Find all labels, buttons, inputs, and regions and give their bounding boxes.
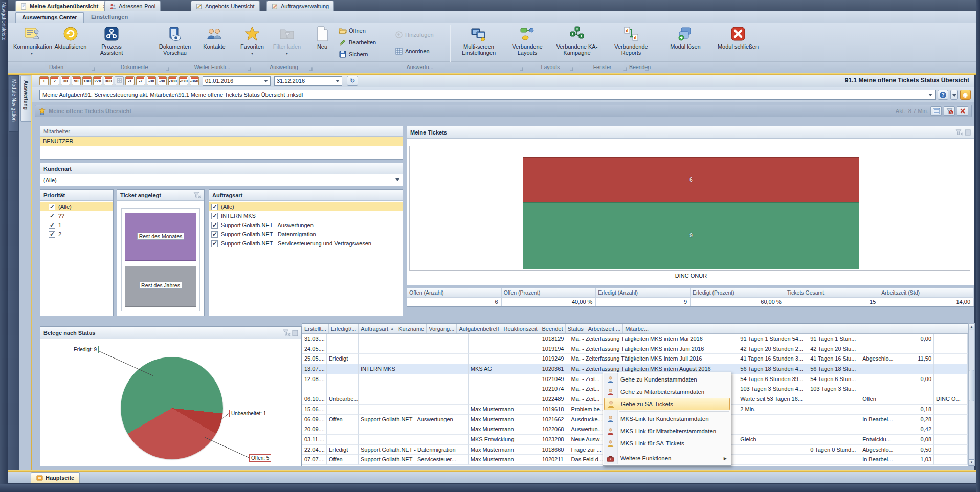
- aktualisieren-button[interactable]: Aktualisieren: [52, 25, 89, 60]
- dialog-launcher-icon[interactable]: [166, 67, 169, 70]
- grid-row[interactable]: 25.05.... Erledigt 1019249 Ma. - Zeiterf…: [302, 354, 968, 364]
- prozess-assistent-button[interactable]: Prozess Assistent: [93, 25, 130, 60]
- grid-header-cell[interactable]: Mitarbe...: [623, 324, 651, 333]
- anordnen-button[interactable]: Anordnen: [395, 46, 430, 56]
- grid-header-cell[interactable]: Auftragsart▲: [359, 324, 396, 333]
- ribbon-group-label[interactable]: Beenden: [629, 62, 651, 73]
- help-button[interactable]: ?: [938, 90, 948, 100]
- favoriten-button[interactable]: Favoriten▼: [235, 25, 269, 60]
- refresh-button[interactable]: ↻: [347, 76, 358, 86]
- range-button[interactable]: -360: [190, 76, 199, 85]
- context-menu-item[interactable]: MKS-Link für Mitarbeiterstammdaten: [604, 425, 730, 437]
- context-menu-item[interactable]: Gehe zu Kundenstammdaten: [604, 373, 730, 386]
- checkbox-checked-icon[interactable]: [211, 231, 218, 238]
- ribbon-group-label[interactable]: Daten: [15, 62, 97, 73]
- dialog-launcher-icon[interactable]: [248, 67, 251, 70]
- ribbon-tab-auswertungs-center[interactable]: Auswertungs Center: [15, 12, 84, 23]
- date-to-field[interactable]: 31.12.2016: [274, 76, 342, 86]
- ribbon-group-label[interactable]: Dokumente: [97, 62, 171, 73]
- mitarbeiter-selected-row[interactable]: BENUTZER: [40, 137, 403, 146]
- filter-icon[interactable]: [193, 192, 201, 198]
- context-menu-item[interactable]: Gehe zu Mitarbeiterstammdaten: [604, 386, 730, 398]
- range-button[interactable]: -270: [179, 76, 188, 85]
- range-button[interactable]: 180: [82, 76, 92, 85]
- verbundene-layouts-button[interactable]: Verbundene Layouts: [505, 25, 549, 60]
- multiscreen-einstellungen-button[interactable]: Multi-screen Einstellungen: [454, 25, 503, 60]
- grid-row[interactable]: 31.03.... 1018129 Ma. - Zeiterfassung Tä…: [302, 334, 968, 344]
- prioritaet-checkbox-item[interactable]: 1: [40, 220, 113, 230]
- hauptseite-tab[interactable]: Hauptseite: [31, 472, 80, 483]
- ribbon-group-label[interactable]: Layouts: [525, 62, 575, 73]
- dialog-launcher-icon[interactable]: [92, 67, 95, 70]
- summary-header-cell[interactable]: Arbeitszeit (Std): [879, 288, 973, 298]
- scrollbar-thumb[interactable]: [969, 370, 974, 401]
- scroll-up-icon[interactable]: ▲: [969, 324, 974, 330]
- neu-button[interactable]: Neu: [310, 25, 335, 60]
- summary-header-cell[interactable]: Erledigt (Prozent): [691, 288, 785, 298]
- auswertung-vertical-tab[interactable]: Auswertung: [20, 76, 31, 122]
- grid-header-cell[interactable]: Aufgabenbetreff: [457, 324, 501, 333]
- ribbon-tab-einstellungen[interactable]: Einstellungen: [85, 12, 134, 23]
- summary-header-cell[interactable]: Offen (Prozent): [502, 288, 596, 298]
- kontakte-button[interactable]: Kontakte: [198, 25, 230, 60]
- kundenart-dropdown[interactable]: (Alle): [40, 174, 403, 185]
- checkbox-checked-icon[interactable]: [49, 204, 55, 210]
- filter-icon[interactable]: [283, 329, 291, 336]
- grid-header-cell[interactable]: Beendet: [540, 324, 566, 333]
- calendar-picker-button[interactable]: [115, 76, 124, 85]
- modul-loesen-button[interactable]: Modul lösen: [665, 25, 706, 60]
- range-button[interactable]: -1: [125, 76, 135, 85]
- grid-header-cell[interactable]: Erledigt/...: [329, 324, 359, 333]
- range-button[interactable]: 90: [72, 76, 81, 85]
- grid-vertical-scrollbar[interactable]: ▲ ▼: [968, 323, 975, 466]
- module-navigation-tab[interactable]: Module Navigation: [9, 76, 19, 132]
- ribbon-group-label[interactable]: Auswertu...: [315, 62, 525, 73]
- auftragsart-checkbox-item[interactable]: Support Goliath.NET - Servicesteuerung u…: [209, 239, 403, 248]
- checkbox-checked-icon[interactable]: [49, 222, 55, 229]
- dialog-launcher-icon[interactable]: [309, 67, 312, 70]
- context-menu-item[interactable]: Gehe zu SA-Tickets: [604, 398, 730, 410]
- prioritaet-checkbox-item[interactable]: 2: [40, 230, 113, 239]
- dialog-launcher-icon[interactable]: [520, 67, 523, 70]
- dialog-launcher-icon[interactable]: [570, 67, 573, 70]
- auftragsart-checkbox-item[interactable]: (Alle): [209, 202, 403, 211]
- context-menu-item-weitere-funktionen[interactable]: Weitere Funktionen ▶: [604, 452, 730, 464]
- filter-laden-button[interactable]: Filter laden▼: [271, 25, 303, 60]
- range-button[interactable]: -180: [168, 76, 177, 85]
- ribbon-group-label[interactable]: Fenster: [575, 62, 629, 73]
- close-overview-button[interactable]: [957, 106, 968, 116]
- rest-des-jahres-box[interactable]: Rest des Jahres: [125, 266, 196, 307]
- grid-header-cell[interactable]: Arbeitszeit ...: [586, 324, 623, 333]
- theme-button[interactable]: ◉: [960, 90, 971, 100]
- verbundene-ka-kampagne-button[interactable]: Verbundene KA-Kampagne: [551, 25, 603, 60]
- help-dropdown-button[interactable]: [950, 90, 958, 100]
- range-button[interactable]: 1: [39, 76, 49, 85]
- verbundende-reports-button[interactable]: Verbundende Reports: [606, 25, 657, 60]
- grid-header-cell[interactable]: Reaktionszeit: [501, 324, 540, 333]
- modul-schliessen-button[interactable]: Modul schließen: [715, 25, 761, 60]
- grid-header-cell[interactable]: Erstellt...: [302, 324, 329, 333]
- auftragsart-checkbox-item[interactable]: Support Goliath.NET - Datenmigration: [209, 230, 403, 239]
- tab-adressen-pool[interactable]: Adressen-Pool: [104, 1, 161, 11]
- ribbon-group-label[interactable]: Weiter Funkti...: [171, 62, 253, 73]
- ribbon-group-label[interactable]: Auswertung: [253, 62, 315, 73]
- list-view-button[interactable]: [930, 106, 942, 116]
- bearbeiten-button[interactable]: Bearbeiten: [339, 37, 376, 48]
- auftragsart-checkbox-item[interactable]: INTERN MKS: [209, 211, 403, 220]
- range-button[interactable]: 30: [61, 76, 70, 85]
- pin-icon[interactable]: [965, 129, 971, 136]
- checkbox-checked-icon[interactable]: [49, 213, 55, 219]
- oeffnen-button[interactable]: Öffnen: [339, 26, 366, 36]
- checkbox-checked-icon[interactable]: [211, 204, 218, 210]
- auftragsart-checkbox-item[interactable]: Support Goliath.NET - Auswertungen: [209, 220, 403, 230]
- tab-meine-aufgabenuebersicht[interactable]: Meine Aufgabenübersicht ✕: [15, 1, 112, 11]
- range-button[interactable]: 360: [104, 76, 113, 85]
- context-menu-item[interactable]: MKS-Link für Kundenstammdaten: [604, 413, 730, 425]
- range-button[interactable]: -30: [147, 76, 156, 85]
- checkbox-checked-icon[interactable]: [49, 231, 55, 238]
- scroll-down-icon[interactable]: ▼: [969, 459, 974, 466]
- chevron-down-icon[interactable]: [928, 94, 932, 96]
- grid-header-cell[interactable]: Status: [566, 324, 586, 333]
- dialog-launcher-icon[interactable]: [623, 67, 627, 70]
- grid-row[interactable]: 24.05.... 1019194 Ma. - Zeiterfassung Tä…: [302, 344, 968, 354]
